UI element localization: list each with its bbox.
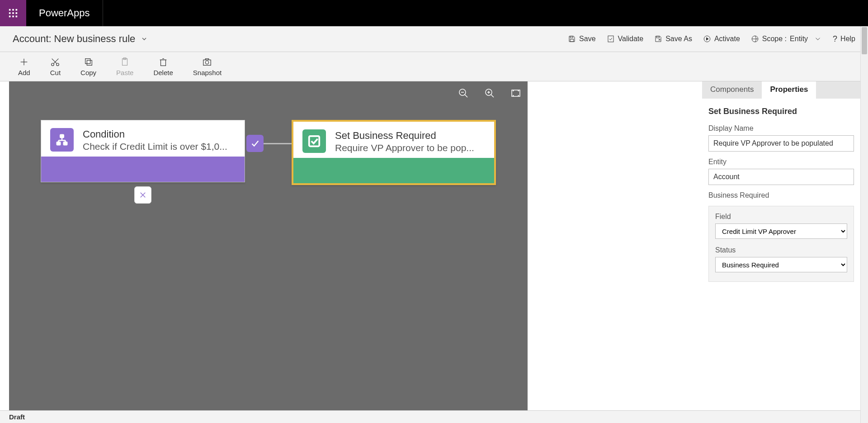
svg-rect-0 xyxy=(9,9,11,11)
svg-rect-10 xyxy=(570,39,574,42)
breadcrumb-entity: Account: xyxy=(13,33,52,45)
scope-selector[interactable]: Scope : Entity xyxy=(751,35,822,43)
svg-rect-40 xyxy=(60,135,64,138)
condition-subtitle: Check if Credit Limit is over $1,0... xyxy=(83,141,227,152)
chevron-down-icon xyxy=(814,35,822,43)
canvas-tools xyxy=(458,88,521,99)
display-name-input[interactable] xyxy=(708,135,854,152)
app-launcher-button[interactable] xyxy=(0,0,26,26)
business-required-fieldset: Field Credit Limit VP Approver Status Bu… xyxy=(708,206,854,282)
svg-rect-11 xyxy=(608,36,613,42)
cut-button[interactable]: Cut xyxy=(50,57,61,76)
paste-label: Paste xyxy=(116,69,133,76)
scissors-icon xyxy=(50,57,60,67)
tab-components[interactable]: Components xyxy=(702,81,762,99)
zoom-out-icon[interactable] xyxy=(458,88,469,99)
copy-icon xyxy=(84,57,94,67)
svg-rect-3 xyxy=(9,12,11,14)
waffle-icon xyxy=(8,8,18,18)
status-bar: Draft xyxy=(0,410,868,423)
snapshot-button[interactable]: Snapshot xyxy=(193,57,222,76)
breadcrumb-name: New business rule xyxy=(54,33,136,45)
action-node-selected[interactable]: Set Business Required Require VP Approve… xyxy=(292,120,496,185)
saveas-label: Save As xyxy=(665,35,692,43)
action-title: Set Business Required xyxy=(335,129,474,143)
svg-rect-5 xyxy=(16,12,18,14)
svg-rect-12 xyxy=(656,36,659,38)
connector-line xyxy=(264,143,292,144)
fit-screen-icon[interactable] xyxy=(510,88,521,99)
status-label: Status xyxy=(715,246,847,254)
action-bar: Account: New business rule Save Validate… xyxy=(0,26,868,52)
svg-rect-22 xyxy=(87,60,92,65)
section-label: Business Required xyxy=(708,191,854,200)
svg-rect-23 xyxy=(85,58,90,63)
condition-true-port[interactable] xyxy=(246,135,264,152)
svg-rect-9 xyxy=(570,36,573,38)
help-button[interactable]: ? Help xyxy=(833,34,855,44)
activate-button[interactable]: Activate xyxy=(703,35,740,43)
entity-input xyxy=(708,169,854,185)
svg-rect-31 xyxy=(206,58,209,60)
app-name: PowerApps xyxy=(26,0,103,26)
breadcrumb[interactable]: Account: New business rule xyxy=(13,33,148,45)
svg-rect-41 xyxy=(57,142,61,145)
status-select[interactable]: Business Required xyxy=(715,257,847,272)
snapshot-label: Snapshot xyxy=(193,69,222,76)
condition-icon xyxy=(50,128,74,152)
svg-point-30 xyxy=(206,61,209,64)
copy-button[interactable]: Copy xyxy=(80,57,96,76)
saveas-icon xyxy=(654,35,662,43)
scope-value: Entity xyxy=(790,35,808,43)
svg-rect-1 xyxy=(12,9,14,11)
trash-icon xyxy=(158,57,168,67)
paste-icon xyxy=(120,57,130,67)
svg-rect-49 xyxy=(309,136,320,147)
delete-label: Delete xyxy=(153,69,173,76)
panel-title: Set Business Required xyxy=(708,107,854,116)
help-label: Help xyxy=(840,35,855,43)
svg-line-36 xyxy=(491,95,494,97)
saveas-button[interactable]: Save As xyxy=(654,35,692,43)
copy-label: Copy xyxy=(80,69,96,76)
plus-icon xyxy=(19,57,29,67)
validate-button[interactable]: Validate xyxy=(607,35,644,43)
field-select[interactable]: Credit Limit VP Approver xyxy=(715,223,847,239)
svg-rect-8 xyxy=(16,16,18,18)
main-area: Condition Check if Credit Limit is over … xyxy=(0,81,868,410)
action-footer xyxy=(293,158,494,183)
save-label: Save xyxy=(579,35,595,43)
field-label: Field xyxy=(715,213,847,221)
condition-title: Condition xyxy=(83,128,227,141)
condition-node[interactable]: Condition Check if Credit Limit is over … xyxy=(41,120,245,182)
scrollbar-thumb[interactable] xyxy=(862,27,867,54)
help-icon: ? xyxy=(833,34,837,44)
entity-label: Entity xyxy=(708,158,854,166)
display-name-label: Display Name xyxy=(708,124,854,133)
svg-rect-26 xyxy=(161,60,166,66)
status-text: Draft xyxy=(9,413,25,421)
page-scrollbar[interactable] xyxy=(860,26,868,423)
validate-label: Validate xyxy=(618,35,644,43)
designer-canvas[interactable]: Condition Check if Credit Limit is over … xyxy=(9,81,528,410)
condition-false-port[interactable] xyxy=(134,186,151,204)
condition-footer xyxy=(41,157,245,182)
check-icon xyxy=(250,138,260,148)
action-icon xyxy=(302,129,326,153)
svg-rect-42 xyxy=(64,142,67,145)
activate-icon xyxy=(703,35,711,43)
add-button[interactable]: Add xyxy=(18,57,30,76)
save-button[interactable]: Save xyxy=(568,35,595,43)
delete-button[interactable]: Delete xyxy=(153,57,173,76)
svg-rect-7 xyxy=(12,16,14,18)
edit-toolbar: Add Cut Copy Paste Delete Snapshot xyxy=(0,52,868,81)
validate-icon xyxy=(607,35,615,43)
save-icon xyxy=(568,35,576,43)
zoom-in-icon[interactable] xyxy=(484,88,495,99)
action-subtitle: Require VP Approver to be pop... xyxy=(335,143,474,153)
tab-properties[interactable]: Properties xyxy=(762,81,816,99)
camera-icon xyxy=(202,57,212,67)
paste-button: Paste xyxy=(116,57,133,76)
add-label: Add xyxy=(18,69,30,76)
svg-line-33 xyxy=(465,95,467,97)
